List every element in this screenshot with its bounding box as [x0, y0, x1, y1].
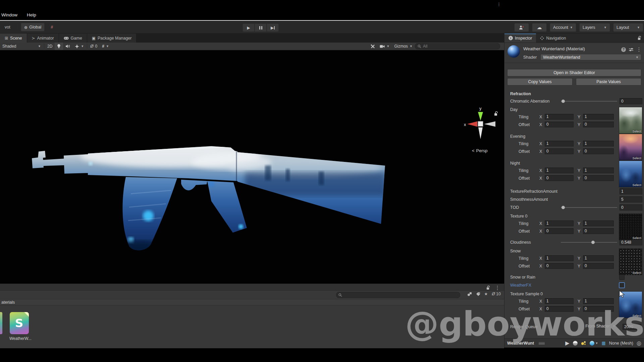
menu-window[interactable]: Window	[1, 12, 17, 17]
paste-values-button[interactable]: Paste Values	[576, 78, 641, 85]
tod-slider[interactable]	[561, 205, 617, 210]
account-dropdown[interactable]: Account▼	[550, 23, 576, 32]
audio-toggle[interactable]	[63, 43, 72, 50]
cloudiness-slider[interactable]	[561, 240, 617, 245]
evening-texture-thumbnail[interactable]: Select	[619, 134, 642, 161]
night-offset-y-input[interactable]: 0	[583, 175, 614, 181]
global-button[interactable]: ⊕ Global	[21, 23, 45, 32]
gizmo-lock-icon[interactable]	[494, 111, 498, 116]
copy-values-button[interactable]: Copy Values	[507, 78, 573, 85]
cloud-button[interactable]: ☁	[532, 23, 547, 32]
pause-button[interactable]	[255, 23, 267, 32]
lighting-toggle[interactable]	[55, 43, 63, 50]
tab-game[interactable]: Game	[59, 34, 87, 43]
hidden-objects-toggle[interactable]: Ø 0	[88, 43, 100, 50]
scene-camera-dropdown[interactable]: ▼	[377, 43, 392, 50]
snow-or-rain-checkbox[interactable]	[619, 275, 625, 280]
shading-mode-dropdown[interactable]: Shaded▼	[0, 43, 43, 50]
grid-visibility-dropdown[interactable]: # ▼	[100, 43, 111, 50]
chromatic-aberration-slider[interactable]	[561, 99, 617, 104]
night-texture-thumbnail[interactable]: Select	[619, 161, 642, 187]
tab-scene[interactable]: ⊞ Scene	[0, 34, 27, 43]
tod-value[interactable]: 0	[620, 204, 642, 210]
partial-asset-icon[interactable]	[0, 312, 2, 334]
weapon-model[interactable]	[30, 143, 389, 257]
select-button[interactable]: Select	[633, 183, 641, 187]
snap-grid-button[interactable]: #	[47, 23, 56, 32]
texture0-tiling-x-input[interactable]: 1	[545, 221, 574, 226]
tab-navigation[interactable]: Navigation	[536, 34, 570, 43]
texture0-offset-y-input[interactable]: 0	[583, 228, 614, 234]
pivot-button[interactable]: vot	[1, 23, 14, 32]
snow-tiling-x-input[interactable]: 1	[545, 255, 574, 261]
step-button[interactable]: ▶	[267, 23, 279, 32]
project-search-input[interactable]	[336, 292, 460, 298]
sample0-tiling-x-input[interactable]: 1	[545, 298, 574, 304]
filter-by-type-icon[interactable]	[467, 292, 472, 296]
texture-refraction-amount-value[interactable]: 1	[620, 188, 642, 194]
2d-toggle[interactable]: 2D	[45, 43, 55, 50]
tab-animator[interactable]: ≻ Animator	[27, 34, 59, 43]
play-button[interactable]: ▶	[243, 23, 255, 32]
presets-icon[interactable]	[629, 48, 633, 52]
slider-handle[interactable]	[561, 100, 565, 103]
texture-section-evening: Evening Tiling X 1 Y 1 Offset X 0 Y 0 Se…	[504, 133, 644, 159]
scene-search-input[interactable]: All	[415, 43, 500, 49]
open-shader-editor-button[interactable]: Open in Shader Editor	[507, 69, 641, 76]
layout-dropdown[interactable]: Layout▼	[613, 23, 643, 32]
material-preview-sphere[interactable]	[507, 45, 520, 58]
day-offset-x-input[interactable]: 0	[545, 122, 574, 127]
select-button[interactable]: Select	[633, 129, 641, 133]
gizmo-y-label[interactable]: y	[479, 106, 482, 111]
evening-tiling-x-input[interactable]: 1	[545, 141, 574, 146]
day-texture-thumbnail[interactable]: Select	[619, 107, 642, 134]
evening-offset-y-input[interactable]: 0	[583, 148, 614, 154]
day-tiling-x-input[interactable]: 1	[545, 114, 574, 120]
snow-offset-y-input[interactable]: 0	[583, 263, 614, 269]
night-tiling-y-input[interactable]: 1	[583, 168, 614, 173]
slider-handle[interactable]	[561, 206, 565, 209]
snow-tiling-y-input[interactable]: 1	[583, 255, 614, 261]
shader-dropdown[interactable]: WeatherWunterland ▼	[540, 54, 641, 60]
night-offset-x-input[interactable]: 0	[545, 175, 574, 181]
texture0-tiling-y-input[interactable]: 1	[583, 221, 614, 226]
scene-tools-button[interactable]	[368, 43, 377, 50]
select-button[interactable]: Select	[633, 156, 641, 160]
filter-by-label-icon[interactable]	[476, 292, 480, 296]
kebab-menu-icon[interactable]: ⋮	[636, 46, 642, 53]
project-menu-icon[interactable]: ⋮	[495, 285, 500, 291]
hidden-assets-count[interactable]: Ø 10	[492, 292, 501, 296]
gizmos-dropdown[interactable]: Gizmos ▼	[392, 43, 415, 50]
help-icon[interactable]: ?	[621, 47, 626, 52]
texture0-thumbnail[interactable]: Select	[619, 214, 642, 240]
layers-dropdown[interactable]: Layers▼	[579, 23, 610, 32]
cloudiness-value[interactable]: 0.548	[620, 239, 642, 245]
scene-view[interactable]: y x < Persp	[0, 50, 504, 284]
evening-tiling-y-input[interactable]: 1	[583, 141, 614, 146]
weatherfx-checkbox[interactable]	[619, 283, 625, 288]
sample0-tiling-y-input[interactable]: 1	[583, 298, 614, 304]
collab-button[interactable]: x	[514, 23, 529, 32]
day-tiling-y-input[interactable]: 1	[583, 114, 614, 120]
evening-offset-x-input[interactable]: 0	[545, 148, 574, 154]
scene-dock-menu-icon[interactable]: ⋮	[497, 2, 501, 7]
effects-dropdown[interactable]: ▼	[72, 43, 86, 50]
favorites-star-icon[interactable]: ★	[484, 292, 488, 296]
inspector-lock-icon[interactable]	[638, 36, 641, 40]
menu-help[interactable]: Help	[27, 12, 36, 17]
tab-inspector[interactable]: i Inspector	[504, 34, 536, 43]
perspective-toggle[interactable]: < Persp	[472, 148, 488, 153]
night-tiling-x-input[interactable]: 1	[545, 168, 574, 173]
snow-offset-x-input[interactable]: 0	[545, 263, 574, 269]
chromatic-aberration-value[interactable]: 0	[620, 98, 642, 104]
tab-package-manager[interactable]: ▣ Package Manager	[87, 34, 137, 43]
snow-texture-thumbnail[interactable]: Select	[619, 248, 642, 275]
smoothness-amount-value[interactable]: 5	[620, 196, 642, 202]
asset-item-shader[interactable]: S WeatherW...	[9, 312, 29, 341]
slider-handle[interactable]	[591, 241, 595, 244]
gizmo-x-label[interactable]: x	[464, 122, 466, 127]
texture0-offset-x-input[interactable]: 0	[545, 228, 574, 234]
day-offset-y-input[interactable]: 0	[583, 122, 614, 127]
view-orientation-gizmo[interactable]: y x < Persp	[465, 107, 503, 154]
project-lock-icon[interactable]	[486, 286, 490, 290]
